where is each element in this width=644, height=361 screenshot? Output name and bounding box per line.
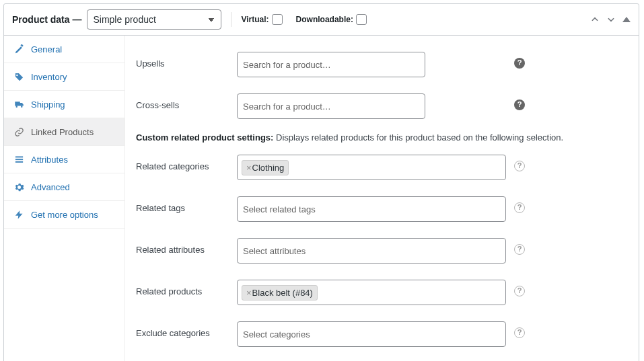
lightning-icon	[13, 209, 24, 220]
sidebar-item-label: Get more options	[31, 210, 98, 220]
linked-products-content: Upsells Search for a product… ? Cross-se…	[125, 36, 639, 361]
virtual-label: Virtual:	[241, 15, 269, 24]
exclude-categories-row: Exclude categories Select categories ?	[136, 313, 628, 355]
related-attributes-label: Related attributes	[136, 238, 237, 255]
upsells-row: Upsells Search for a product… ?	[136, 44, 628, 85]
custom-related-heading-bold: Custom related product settings:	[136, 132, 273, 143]
product-tabs-sidebar: General Inventory Shipping Linked Produc…	[4, 36, 125, 361]
move-down-button[interactable]	[606, 14, 616, 25]
svg-rect-1	[15, 159, 22, 160]
chip-clothing: × Clothing	[242, 160, 289, 175]
sidebar-item-label: Inventory	[31, 72, 67, 82]
related-products-input[interactable]: × Black belt (#84)	[237, 280, 506, 305]
downloadable-label: Downloadable:	[296, 15, 353, 24]
upsells-label: Upsells	[136, 52, 237, 69]
crosssells-label: Cross-sells	[136, 93, 237, 110]
related-categories-help[interactable]: ?	[514, 160, 525, 171]
move-up-button[interactable]	[590, 14, 600, 25]
related-tags-label: Related tags	[136, 196, 237, 213]
panel-title: Product data —	[12, 14, 81, 25]
gear-icon	[13, 182, 24, 192]
related-attributes-input[interactable]: Select attributes	[237, 238, 506, 264]
list-icon	[13, 154, 24, 165]
related-attributes-row: Related attributes Select attributes ?	[136, 230, 628, 272]
sidebar-item-label: General	[31, 44, 62, 54]
sidebar-item-label: Attributes	[31, 155, 68, 165]
virtual-toggle[interactable]: Virtual:	[241, 14, 282, 25]
panel-header: Product data — Simple product Virtual: D…	[4, 4, 639, 36]
custom-related-heading-text: Displays related products for this produ…	[273, 132, 563, 143]
related-categories-input[interactable]: × Clothing	[237, 155, 506, 180]
chip-label: Black belt (#84)	[252, 288, 313, 298]
crosssells-row: Cross-sells Search for a product… ?	[136, 85, 628, 127]
sidebar-item-linked-products[interactable]: Linked Products	[4, 118, 124, 146]
sidebar-item-label: Linked Products	[31, 127, 94, 137]
help-icon: ?	[514, 202, 525, 213]
crosssells-help[interactable]: ?	[514, 99, 525, 110]
related-products-help[interactable]: ?	[514, 285, 525, 296]
chip-label: Clothing	[252, 163, 285, 173]
related-tags-help[interactable]: ?	[514, 202, 525, 213]
sidebar-item-label: Shipping	[31, 99, 65, 110]
related-products-row: Related products × Black belt (#84) ?	[136, 272, 628, 313]
downloadable-checkbox[interactable]	[356, 14, 367, 25]
crosssells-placeholder: Search for a product…	[242, 97, 332, 116]
wrench-icon	[13, 44, 24, 54]
downloadable-toggle[interactable]: Downloadable:	[296, 14, 367, 25]
related-tags-row: Related tags Select related tags ?	[136, 188, 628, 230]
crosssells-input[interactable]: Search for a product…	[237, 93, 425, 119]
related-tags-input[interactable]: Select related tags	[237, 196, 506, 222]
help-icon: ?	[514, 244, 525, 255]
help-icon: ?	[514, 286, 525, 296]
related-products-label: Related products	[136, 280, 237, 296]
exclude-categories-label: Exclude categories	[136, 321, 237, 338]
help-icon: ?	[514, 161, 525, 171]
sidebar-item-get-more-options[interactable]: Get more options	[4, 201, 124, 229]
custom-related-heading: Custom related product settings: Display…	[136, 132, 628, 143]
exclude-categories-placeholder: Select categories	[242, 325, 312, 344]
panel-controls	[590, 14, 631, 25]
tag-icon	[13, 71, 24, 82]
product-data-panel: Product data — Simple product Virtual: D…	[3, 3, 639, 361]
sidebar-item-advanced[interactable]: Advanced	[4, 173, 124, 201]
virtual-checkbox[interactable]	[272, 14, 283, 25]
related-attributes-help[interactable]: ?	[514, 243, 525, 255]
sidebar-item-label: Advanced	[31, 182, 70, 192]
help-icon: ?	[514, 99, 525, 110]
remove-chip-icon[interactable]: ×	[246, 163, 252, 173]
separator	[231, 12, 231, 27]
svg-rect-2	[15, 161, 22, 163]
help-icon: ?	[514, 58, 525, 69]
upsells-help[interactable]: ?	[514, 57, 525, 69]
product-type-select[interactable]: Simple product	[87, 9, 221, 30]
sidebar-item-attributes[interactable]: Attributes	[4, 146, 124, 173]
upsells-placeholder: Search for a product…	[242, 56, 332, 74]
related-categories-label: Related categories	[136, 155, 237, 171]
related-attributes-placeholder: Select attributes	[242, 242, 307, 260]
sidebar-item-shipping[interactable]: Shipping	[4, 91, 124, 118]
sidebar-item-general[interactable]: General	[4, 36, 124, 63]
upsells-input[interactable]: Search for a product…	[237, 52, 425, 77]
sidebar-item-inventory[interactable]: Inventory	[4, 63, 124, 91]
exclude-categories-input[interactable]: Select categories	[237, 321, 506, 347]
chevron-up-icon	[622, 17, 631, 22]
truck-icon	[13, 99, 24, 110]
help-icon: ?	[514, 327, 525, 338]
chip-black-belt: × Black belt (#84)	[242, 285, 318, 300]
related-tags-placeholder: Select related tags	[242, 200, 317, 218]
related-categories-row: Related categories × Clothing ?	[136, 147, 628, 188]
remove-chip-icon[interactable]: ×	[246, 288, 252, 298]
collapse-button[interactable]	[622, 14, 631, 25]
link-icon	[13, 126, 24, 137]
svg-rect-0	[15, 156, 22, 157]
exclude-categories-help[interactable]: ?	[514, 327, 525, 338]
